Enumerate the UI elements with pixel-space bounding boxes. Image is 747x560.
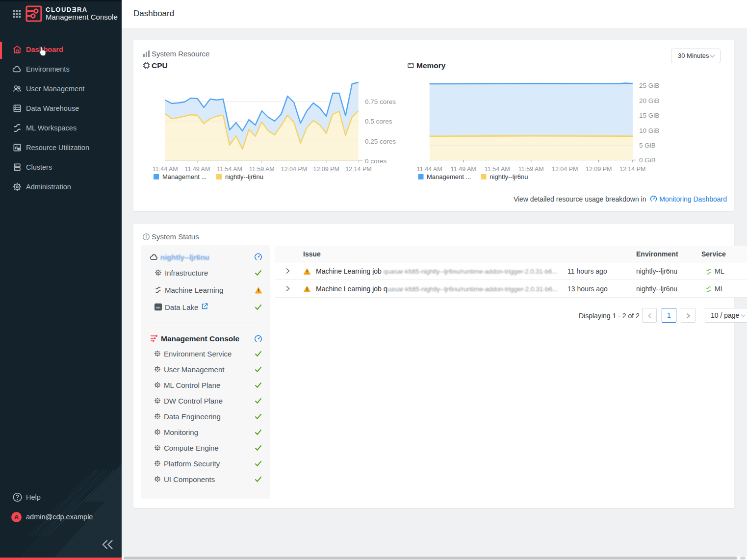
svg-text:10 GiB: 10 GiB (639, 127, 659, 134)
svg-text:0 cores: 0 cores (365, 157, 387, 165)
svg-text:12:04 PM: 12:04 PM (281, 166, 308, 173)
svg-text:nightly--ljr6nu: nightly--ljr6nu (225, 173, 263, 180)
svg-text:sdx: sdx (156, 305, 160, 308)
svg-text:0.25 cores: 0.25 cores (365, 138, 396, 145)
svg-text:25 GiB: 25 GiB (639, 82, 659, 89)
svg-text:11:59 AM: 11:59 AM (518, 166, 544, 173)
svg-text:Management ...: Management ... (162, 173, 206, 180)
svg-text:12:09 PM: 12:09 PM (586, 166, 612, 173)
svg-text:0.5 cores: 0.5 cores (365, 118, 392, 125)
svg-text:11:54 AM: 11:54 AM (217, 166, 242, 173)
svg-text:5 GiB: 5 GiB (639, 142, 656, 149)
svg-text:12:04 PM: 12:04 PM (552, 166, 578, 173)
svg-text:12:14 PM: 12:14 PM (345, 166, 372, 173)
svg-text:Management ...: Management ... (427, 173, 471, 180)
svg-text:11:59 AM: 11:59 AM (249, 166, 275, 173)
svg-text:11:49 AM: 11:49 AM (451, 166, 476, 173)
svg-text:11:44 AM: 11:44 AM (417, 166, 442, 173)
svg-text:15 GiB: 15 GiB (639, 112, 659, 119)
svg-text:12:14 PM: 12:14 PM (619, 166, 646, 173)
svg-text:0.75 cores: 0.75 cores (365, 98, 396, 105)
svg-text:nightly--ljr6nu: nightly--ljr6nu (489, 173, 528, 180)
svg-text:11:44 AM: 11:44 AM (153, 166, 178, 173)
svg-text:0 GiB: 0 GiB (639, 156, 656, 164)
svg-text:11:54 AM: 11:54 AM (485, 166, 510, 173)
svg-text:12:09 PM: 12:09 PM (313, 166, 339, 173)
svg-text:20 GiB: 20 GiB (639, 97, 659, 104)
svg-text:11:49 AM: 11:49 AM (184, 166, 210, 173)
